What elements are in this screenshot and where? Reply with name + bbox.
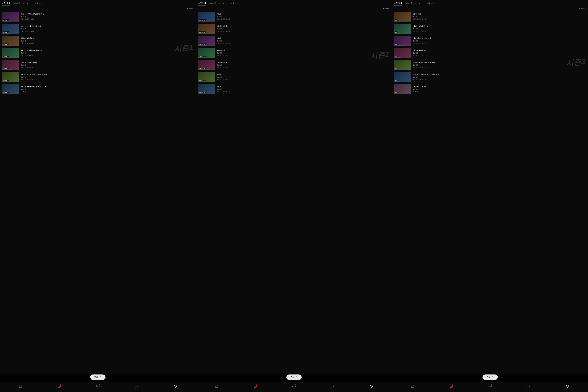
nav-item-shorts[interactable]: Shorts — [40, 385, 79, 390]
tab-bar: 시청내역구매내역찜한 시리즈찜한영화 — [0, 0, 196, 6]
item-platform: TVING — [217, 64, 390, 66]
notification-dot — [295, 384, 296, 385]
nav-item-search[interactable]: SEARCH — [510, 385, 548, 390]
list-item[interactable]: Ep.말하지 못한 이야기TVING2025.01.19 일 시청 — [392, 47, 588, 59]
list-item[interactable]: Ep.다시, 시작TVING2025.01.19 일 시청 — [392, 11, 588, 23]
history-icon — [566, 385, 569, 388]
nav-label-home: HOME — [411, 388, 415, 390]
home-icon — [411, 385, 414, 388]
progress-bar — [394, 57, 401, 58]
tab-찜한 시리즈[interactable]: 찜한 시리즈 — [22, 2, 32, 6]
nav-item-live[interactable]: LIVE — [471, 385, 510, 390]
item-platform: TVING — [217, 28, 390, 30]
nav-label-shorts: Shorts — [450, 388, 453, 390]
item-date: 2025.01.15 수 시청 — [21, 18, 194, 20]
progress-bar — [394, 21, 405, 22]
list-item[interactable]: Ep.어쩌면 마지막 순간TVING2025.01.19 일 시청 — [392, 23, 588, 35]
tab-시청내역[interactable]: 시청내역 — [2, 2, 10, 6]
tab-찜한 시리즈[interactable]: 찜한 시리즈 — [414, 2, 424, 6]
item-title: 다시, 시작 — [413, 13, 586, 16]
item-date: 2025.01.15 수 시청 — [21, 54, 194, 56]
tab-구매내역[interactable]: 구매내역 — [404, 2, 412, 6]
item-info: 질투도 사랑일까?TVING2025.01.15 수 시청 — [21, 37, 194, 44]
list-item[interactable]: Ep.오늘 당신을 설레게 한 사람TVING2025.01.19 일 시청 — [392, 59, 588, 71]
list-item[interactable]: Episode 14.각성TVING2025.01.16 목 시청 — [196, 83, 392, 95]
edit-row: 편집하기 — [196, 6, 392, 11]
progress-bar — [2, 82, 8, 82]
tab-시청내역[interactable]: 시청내역 — [394, 2, 402, 6]
list-item[interactable]: Episode 17.손을 잡다TVING2025.01.16 목 시청 — [196, 47, 392, 59]
item-date: 2025.01.19 일 시청 — [413, 78, 586, 80]
tab-구매내역[interactable]: 구매내역 — [12, 2, 20, 6]
item-date: 2025.01.19 일 시청 — [413, 54, 586, 56]
list-item[interactable]: Episode 5.지나간 연인을 보내는 방법TVING2025.01.15 … — [0, 47, 196, 59]
show-all-button[interactable]: 전체 — [286, 374, 302, 380]
episode-badge: Episode 14. — [199, 92, 206, 93]
list-item[interactable]: Episode 5.질투도 사랑일까?TVING2025.01.15 수 시청 — [0, 35, 196, 47]
item-info: 각성TVING2025.01.16 목 시청 — [217, 86, 390, 92]
tab-찜한영화[interactable]: 찜한영화 — [35, 2, 42, 6]
item-title: 마지막 데이트 — [217, 25, 390, 28]
search-icon — [331, 385, 334, 388]
item-title: 전 연인의 새로운 시작을 응원해... — [21, 73, 194, 76]
list-item[interactable]: Episode 4.이별을 실감한 순간TVING2025.01.15 수 시청 — [0, 59, 196, 71]
nav-item-history[interactable]: HISTORY — [352, 385, 391, 390]
item-date: 2025.01.16 목 시청 — [217, 90, 390, 92]
item-info: 전 연인의 새로운 시작을 응원해...TVING2025.01.15 수 시청 — [21, 73, 194, 80]
list-item[interactable]: Episode 19.마지막 데이트TVING2025.01.16 목 시청 — [196, 23, 392, 35]
list-item[interactable]: Episode 7.우리는 모두 누군가의 X였다TVING2025.01.15… — [0, 11, 196, 23]
show-all-button[interactable]: 전체 — [483, 374, 498, 380]
nav-item-history[interactable]: HISTORY — [156, 385, 195, 390]
list-item[interactable]: Episode 18.미련TVING2025.01.16 목 시청 — [196, 35, 392, 47]
sort-icon — [99, 376, 101, 378]
item-title: 고백 — [217, 13, 390, 16]
show-all-label: 전체 — [487, 376, 491, 378]
nav-label-home: HOME — [18, 388, 22, 390]
edit-button[interactable]: 편집하기 — [579, 7, 586, 10]
thumbnail: Episode 7. — [2, 72, 19, 82]
list-item[interactable]: Episode 7.전 연인의 새로운 시작을 응원해...TVING2025.… — [0, 71, 196, 83]
episode-badge: Episode 7. — [2, 20, 9, 21]
nav-label-live: LIVE — [293, 388, 295, 390]
item-title: 헤어진 연인과 한 집에 살 수 있... — [21, 86, 194, 88]
item-date: 2025.01.19 일 시청 — [413, 18, 586, 20]
tab-찜한영화[interactable]: 찜한영화 — [427, 2, 434, 6]
list-item[interactable]: Episode 26.고백TVING2025.01.16 목 시청 — [196, 11, 392, 23]
list-item[interactable]: Ep.우리의 시간은 아직 그날에 멈춰…TVING2025.01.19 일 시… — [392, 71, 588, 83]
tab-구매내역[interactable]: 구매내역 — [208, 2, 216, 6]
bottom-nav: HOMEShortsLIVESEARCHHISTORY — [196, 382, 392, 392]
nav-label-live: LIVE — [489, 388, 492, 390]
nav-item-search[interactable]: SEARCH — [313, 385, 352, 390]
list-item[interactable]: Episode 1.헤어진 연인과 한 집에 살 수 있...TVING수 시청 — [0, 83, 196, 95]
item-title: 나랑 얘기 좀 해 — [413, 86, 586, 88]
nav-item-home[interactable]: HOME — [1, 385, 40, 390]
nav-item-live[interactable]: LIVE — [78, 385, 117, 390]
item-date: 2025.01.15 수 시청 — [21, 42, 194, 44]
tab-찜한영화[interactable]: 찜한영화 — [231, 2, 238, 6]
edit-row: 편집하기 — [392, 6, 588, 11]
list-item[interactable]: Episode 15.불편TVING2025.01.16 목 시청 — [196, 71, 392, 83]
list-item[interactable]: Ep.이별 후에 알게된 것들TVING2025.01.19 일 시청 — [392, 35, 588, 47]
item-title: 오늘 당신을 설레게 한 사람 — [413, 61, 586, 64]
nav-item-search[interactable]: SEARCH — [117, 385, 156, 390]
list-item[interactable]: Episode 6.우리가 헤어진 진짜 이유TVING2025.01.15 수… — [0, 23, 196, 35]
nav-item-home[interactable]: HOME — [197, 385, 236, 390]
show-all-button[interactable]: 전체 — [90, 374, 105, 380]
nav-item-history[interactable]: HISTORY — [548, 385, 587, 390]
item-title: 비밀은 없다 — [217, 61, 390, 64]
edit-button[interactable]: 편집하기 — [383, 7, 390, 10]
tab-찜한 시리즈[interactable]: 찜한 시리즈 — [218, 2, 228, 6]
thumbnail: Episode 15. — [198, 72, 215, 82]
list-item[interactable]: Episode 16.비밀은 없다TVING2025.01.16 목 시청 — [196, 59, 392, 71]
nav-label-history: HISTORY — [565, 388, 570, 390]
tab-시청내역[interactable]: 시청내역 — [198, 2, 206, 6]
nav-item-shorts[interactable]: Shorts — [432, 385, 471, 390]
history-icon — [370, 385, 373, 388]
nav-item-shorts[interactable]: Shorts — [236, 385, 275, 390]
nav-item-live[interactable]: LIVE — [275, 385, 313, 390]
edit-button[interactable]: 편집하기 — [187, 7, 194, 10]
episode-badge: Ep. — [395, 92, 398, 93]
list-item[interactable]: Ep.나랑 얘기 좀 해TVING일 시청 — [392, 83, 588, 95]
nav-item-home[interactable]: HOME — [393, 385, 432, 390]
notification-dot — [99, 384, 100, 385]
